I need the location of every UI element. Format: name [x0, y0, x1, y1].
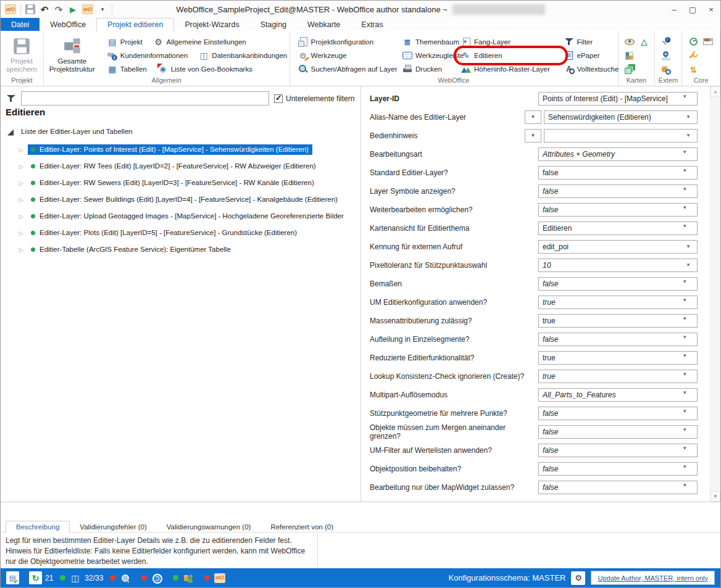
save-project-button[interactable]: Projekt speichern	[1, 31, 43, 73]
ribbon-tab[interactable]: Projekt-Wizards	[174, 18, 249, 31]
tree-item[interactable]: ▷ Editier-Layer: RW Sewers (Edit) [Layer…	[1, 175, 359, 191]
form-field-control[interactable]: false ▾	[538, 184, 698, 198]
ribbon-tab[interactable]: Webkarte	[297, 18, 351, 31]
ribbon-tab[interactable]: Extras	[351, 18, 393, 31]
ribbon-tab[interactable]: Projekt editieren	[96, 18, 174, 31]
redo-icon[interactable]: ↷	[54, 4, 64, 14]
ribbon-button[interactable]: ePaper	[562, 49, 618, 62]
ribbon-button[interactable]: ◉ Liste von Geo-Bookmarks	[156, 62, 254, 76]
map-tool-button[interactable]	[623, 63, 636, 77]
expander-collapsed-icon[interactable]: ▷	[19, 247, 28, 253]
schema-settings-button[interactable]: ⚙	[571, 571, 585, 585]
ribbon-button[interactable]: ◫ Datenbankanbindungen	[197, 49, 289, 62]
form-field-control[interactable]: false ▾	[538, 444, 698, 457]
filter-input[interactable]	[21, 91, 269, 106]
form-field-control[interactable]: false ▾	[538, 481, 698, 494]
tree-item[interactable]: ▷ Editier-Layer: Plots (Edit) [LayerID=5…	[1, 225, 359, 241]
bottom-tab[interactable]: Validierungswarnungen (0)	[157, 521, 261, 532]
ribbon-button[interactable]: ⚙ Werkzeuge	[296, 49, 401, 62]
extern-tool-button[interactable]	[659, 63, 673, 77]
form-field-control[interactable]: edit_poi ▾	[538, 240, 698, 254]
bottom-tab[interactable]: Validierungsfehler (0)	[70, 521, 156, 532]
map-tool-button[interactable]	[623, 35, 636, 48]
expander-collapsed-icon[interactable]: ▷	[19, 180, 28, 186]
form-field-control[interactable]: false ▾	[538, 166, 698, 180]
value-source-dropdown-button[interactable]: ▼	[525, 129, 541, 143]
status-item[interactable]: ▤	[6, 571, 22, 584]
ribbon-button[interactable]: Drucken	[401, 62, 459, 76]
ribbon-button[interactable]: ▤ Projekt	[106, 35, 144, 49]
expander-collapsed-icon[interactable]: ▷	[19, 164, 28, 170]
undo-icon[interactable]: ↶	[40, 4, 49, 14]
form-field-control[interactable]: false ▾	[538, 425, 698, 439]
tree-root-node[interactable]: ◢ Liste der Editier-Layer und Tabellen	[1, 125, 359, 138]
ribbon-tab[interactable]: Datei	[1, 18, 40, 31]
filter-subelements-checkbox[interactable]: ✓	[274, 94, 283, 103]
qat-customize-icon[interactable]: ▾	[98, 4, 107, 14]
map-tool-button[interactable]	[623, 49, 636, 62]
scroll-up-button[interactable]: ▲	[711, 86, 720, 97]
close-button[interactable]: ×	[702, 1, 720, 18]
tree-item[interactable]: ▷ Editier-Layer: Upload Geotagged Images…	[1, 208, 359, 225]
save-icon[interactable]	[25, 4, 35, 14]
maximize-button[interactable]: ▢	[683, 1, 702, 18]
status-item[interactable]	[173, 571, 198, 584]
bottom-tab[interactable]: Referenziert von (0)	[260, 521, 343, 532]
form-field-control[interactable]: false ▾	[538, 462, 698, 476]
status-item[interactable]	[141, 571, 166, 584]
minimize-button[interactable]: –	[665, 1, 683, 18]
vertical-scrollbar[interactable]: ▲ ▼	[710, 86, 720, 502]
form-field-control[interactable]: true ▾	[538, 314, 698, 328]
status-item[interactable]: ↻ 21	[29, 571, 53, 584]
form-field-control[interactable]: Sehenswürdigkeiten (Editieren) ▾	[544, 110, 698, 124]
tree-item[interactable]: ▷ Editier-Tabelle (ArcGIS Feature Servic…	[1, 241, 359, 258]
weboffice-logo-icon[interactable]: wO	[82, 4, 93, 14]
form-field-control[interactable]: true ▾	[538, 370, 698, 383]
ribbon-button[interactable]: Filter	[562, 35, 618, 49]
ribbon-button[interactable]: Kundeninformationen	[106, 49, 190, 62]
ribbon-button[interactable]: ▦ Tabellen	[106, 62, 149, 76]
form-field-control[interactable]: ▾	[544, 129, 698, 143]
ribbon-button[interactable]: Suchen/Abfragen auf Layer	[296, 62, 401, 76]
filter-subelements-option[interactable]: ✓ Unterelemente filtern	[274, 94, 354, 103]
form-field-control[interactable]: true ▾	[538, 351, 698, 365]
ribbon-button[interactable]: ⚙ Allgemeine Einstellungen	[152, 35, 248, 49]
core-tool-button[interactable]	[701, 35, 715, 48]
form-field-control[interactable]: false ▾	[538, 333, 698, 346]
form-field-control[interactable]: false ▾	[538, 407, 698, 420]
expander-collapsed-icon[interactable]: ▷	[19, 197, 28, 203]
extern-tool-button[interactable]	[659, 49, 673, 62]
status-item[interactable]: ◫ 32/33	[60, 571, 103, 584]
ribbon-tab[interactable]: Staging	[250, 18, 297, 31]
expander-expanded-icon[interactable]: ◢	[6, 126, 15, 136]
ribbon-button[interactable]: Höheninfo-Raster-Layer	[459, 62, 562, 76]
form-field-control[interactable]: true ▾	[538, 296, 698, 309]
form-field-control[interactable]: false ▾	[538, 277, 698, 291]
form-field-control[interactable]: Attributes + Geometry ▾	[538, 147, 698, 161]
tree-item[interactable]: ▷ Editier-Layer: RW Tees (Edit) [LayerID…	[1, 158, 359, 175]
tree-item[interactable]: ▷ Editier-Layer: Sewer Buildings (Edit) …	[1, 191, 359, 208]
ribbon-button[interactable]: Projektkonfiguration	[296, 35, 401, 49]
tree-item[interactable]: ▷ Editier-Layer: Points of Interest (Edi…	[1, 141, 359, 158]
value-source-dropdown-button[interactable]: ▼	[525, 110, 541, 124]
form-field-control[interactable]: Points of Interest (Edit) - [MapService]…	[538, 92, 698, 106]
run-icon[interactable]: ▶	[68, 4, 78, 14]
ribbon-button[interactable]: ✎ Editieren	[459, 49, 562, 62]
expander-collapsed-icon[interactable]: ▷	[19, 213, 28, 220]
bottom-tab[interactable]: Beschreibung	[6, 521, 70, 533]
map-tool-button[interactable]: △	[638, 35, 651, 48]
status-item[interactable]: wO	[204, 571, 229, 584]
scroll-down-button[interactable]: ▼	[711, 491, 720, 502]
expander-collapsed-icon[interactable]: ▷	[19, 230, 28, 236]
form-field-control[interactable]: Editieren ▾	[538, 222, 698, 235]
expander-collapsed-icon[interactable]: ▷	[19, 147, 28, 153]
ribbon-button[interactable]: ≣ Themenbaum	[401, 35, 459, 49]
core-tool-button[interactable]: ⇅	[686, 63, 700, 77]
form-field-control[interactable]: false ▾	[538, 203, 698, 217]
extern-tool-button[interactable]	[659, 35, 673, 48]
status-item[interactable]	[110, 571, 135, 584]
ribbon-tab[interactable]: WebOffice	[40, 18, 96, 31]
ribbon-collapse-icon[interactable]: ∧	[0, 21, 6, 31]
core-tool-button[interactable]	[686, 49, 700, 62]
form-field-control[interactable]: 10 ▾	[538, 259, 698, 272]
